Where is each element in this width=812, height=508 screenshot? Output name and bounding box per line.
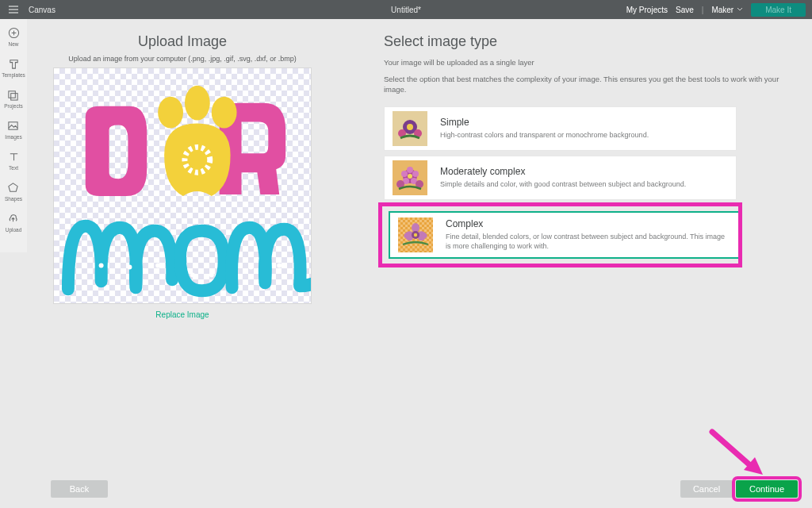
upload-image-screen: Upload Image Upload an image from your c… [27, 19, 812, 508]
my-projects-link[interactable]: My Projects [626, 6, 668, 14]
tool-rail: New Templates Projects Images Text Shape… [0, 19, 27, 252]
svg-point-14 [127, 264, 132, 269]
replace-image-link[interactable]: Replace Image [51, 310, 314, 319]
option-complex[interactable]: Complex Fine detail, blended colors, or … [389, 211, 741, 259]
cancel-button[interactable]: Cancel [680, 480, 733, 498]
topbar-separator: | [702, 6, 704, 14]
option-complex-emphasis: Complex Fine detail, blended colors, or … [381, 205, 740, 265]
app-topbar: Canvas Untitled* My Projects Save | Make… [0, 0, 812, 19]
type-subtext-1: Your image will be uploaded as a single … [384, 58, 783, 67]
make-it-button[interactable]: Make It [751, 3, 806, 17]
rail-shapes[interactable]: Shapes [5, 182, 22, 202]
option-complex-thumb [398, 217, 433, 252]
rail-images[interactable]: Images [5, 120, 21, 140]
option-moderate-thumb [393, 160, 427, 195]
svg-point-13 [99, 263, 104, 267]
svg-point-29 [407, 167, 413, 173]
app-name: Canvas [29, 6, 56, 14]
option-complex-desc: Fine detail, blended colors, or low cont… [446, 233, 731, 251]
upload-title: Upload Image [51, 33, 314, 50]
svg-rect-6 [9, 91, 15, 98]
type-subtext-2: Select the option that best matches the … [384, 75, 783, 95]
rail-new[interactable]: New [8, 27, 20, 47]
rail-upload[interactable]: Upload [6, 213, 22, 233]
rail-text[interactable]: Text [8, 151, 20, 171]
svg-point-19 [209, 272, 214, 277]
svg-point-9 [158, 97, 183, 129]
continue-button[interactable]: Continue [736, 480, 798, 498]
option-moderate[interactable]: Moderately complex Simple details and co… [384, 156, 737, 200]
svg-point-32 [408, 174, 412, 179]
svg-point-15 [155, 263, 160, 267]
menu-icon[interactable] [0, 5, 27, 14]
back-button[interactable]: Back [51, 480, 108, 498]
svg-line-46 [712, 432, 752, 467]
svg-rect-8 [9, 122, 17, 129]
svg-point-11 [212, 97, 237, 129]
option-simple[interactable]: Simple High-contrast colors and transpar… [384, 106, 737, 151]
type-title: Select image type [384, 33, 783, 50]
svg-point-16 [248, 264, 253, 269]
svg-point-18 [190, 272, 195, 277]
image-preview [53, 67, 312, 304]
svg-point-10 [185, 86, 210, 121]
save-link[interactable]: Save [676, 6, 694, 14]
rail-templates[interactable]: Templates [2, 58, 25, 78]
machine-selector[interactable]: Maker [711, 6, 743, 14]
svg-point-28 [412, 171, 419, 177]
rail-projects[interactable]: Projects [4, 89, 22, 109]
upload-hint: Upload an image from your computer (.png… [51, 55, 314, 63]
chevron-down-icon [737, 7, 743, 12]
option-moderate-title: Moderately complex [440, 166, 686, 177]
option-complex-title: Complex [446, 218, 731, 229]
annotation-arrow-icon [706, 425, 769, 481]
option-simple-thumb [393, 111, 427, 146]
svg-point-27 [401, 171, 408, 177]
svg-point-22 [407, 124, 413, 130]
svg-rect-7 [11, 94, 17, 100]
continue-button-emphasis: Continue [736, 480, 798, 498]
uploaded-artwork [54, 68, 311, 303]
option-simple-title: Simple [440, 117, 649, 128]
svg-point-17 [277, 263, 282, 267]
option-simple-desc: High-contrast colors and transparent or … [440, 131, 649, 140]
svg-point-45 [414, 233, 417, 236]
option-moderate-desc: Simple details and color, with good cont… [440, 180, 686, 190]
